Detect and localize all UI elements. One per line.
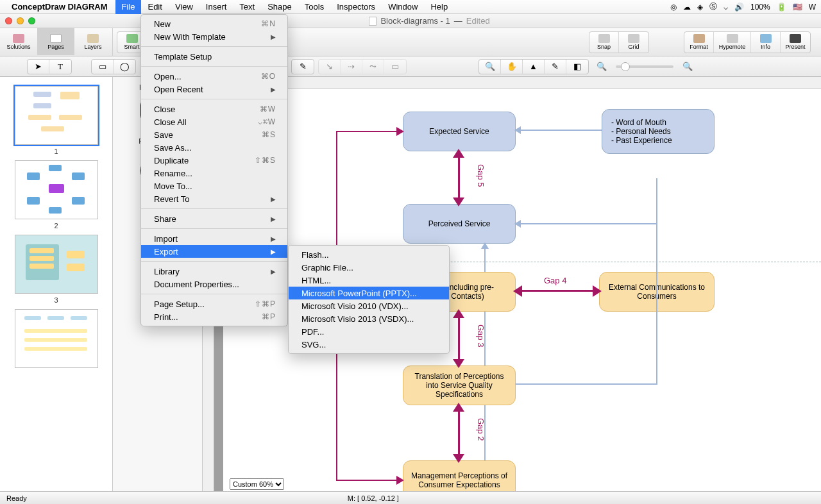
status-ready: Ready [6, 494, 27, 502]
file-menu-item[interactable]: Close⌘W [141, 103, 287, 115]
zoom-out-icon[interactable]: 🔍 [597, 62, 607, 71]
battery-text[interactable]: 100% [750, 3, 770, 12]
menu-inspectors[interactable]: Inspectors [330, 0, 382, 14]
wifi-icon[interactable]: ⌵ [724, 3, 728, 12]
menu-tools[interactable]: Tools [298, 0, 330, 14]
page-thumb-4[interactable] [15, 309, 98, 368]
page-thumb-3[interactable] [15, 235, 98, 294]
layers-tab[interactable]: Layers [74, 28, 112, 55]
file-menu-item[interactable]: Open...⌘O [141, 70, 287, 83]
menu-shape[interactable]: Shape [261, 0, 298, 14]
file-menu-item[interactable]: Revert To▶ [141, 192, 287, 205]
hand-tool-icon[interactable]: ✋ [501, 60, 523, 74]
file-menu-item[interactable]: Page Setup...⇧⌘P [141, 298, 287, 310]
file-menu-item[interactable]: Share▶ [141, 212, 287, 225]
page-thumb-2[interactable] [15, 160, 98, 219]
window-titlebar: Block-diagrams - 1 — Edited [0, 14, 821, 28]
text-tool[interactable]: T [49, 60, 71, 74]
diamond-icon[interactable]: ◈ [697, 3, 703, 12]
label-gap5: Gap 5 [476, 164, 486, 187]
brush-icon[interactable]: ✎ [292, 60, 314, 74]
export-menu-item[interactable]: HTML... [289, 274, 449, 287]
file-menu-item[interactable]: Document Properties... [141, 278, 287, 290]
file-menu-item[interactable]: Template Setup [141, 50, 287, 63]
snap-button[interactable]: Snap [589, 32, 619, 53]
siri-icon[interactable]: ◎ [670, 3, 677, 12]
export-menu-item[interactable]: Microsoft Visio 2013 (VSDX)... [289, 312, 449, 325]
file-menu-item[interactable]: Save⌘S [141, 128, 287, 141]
export-menu-item[interactable]: Microsoft Visio 2010 (VDX)... [289, 299, 449, 312]
toolbar-snap-group: Snap Grid [589, 31, 649, 53]
zoom-slider[interactable] [616, 65, 673, 68]
file-menu-item[interactable]: Move To... [141, 180, 287, 192]
conn-3[interactable]: ⤳ [362, 60, 384, 74]
eraser-icon[interactable]: ◧ [566, 60, 588, 74]
conn-1[interactable]: ↘ [319, 60, 341, 74]
export-menu-item[interactable]: Graphic File... [289, 261, 449, 274]
hypernote-button[interactable]: Hypernote [714, 32, 751, 53]
main-toolbar: Smart Rapid Draw Chain Tree Operations S… [0, 28, 821, 56]
flag-icon[interactable]: 🇺🇸 [793, 3, 802, 12]
left-tabs: Solutions Pages Layers [0, 28, 113, 56]
menu-insert[interactable]: Insert [199, 0, 233, 14]
skype-icon[interactable]: Ⓢ [709, 1, 717, 12]
file-menu-item[interactable]: New⌘N [141, 17, 287, 30]
eyedropper-icon[interactable]: ✎ [545, 60, 566, 74]
export-menu-item[interactable]: Microsoft PowerPoint (PPTX)... [289, 287, 449, 299]
arrow-gap4 [516, 290, 599, 292]
menu-window[interactable]: Window [382, 0, 424, 14]
volume-icon[interactable]: 🔊 [734, 3, 744, 12]
menubar-status: ◎ ☁ ◈ Ⓢ ⌵ 🔊 100% 🔋 🇺🇸 W [670, 1, 816, 12]
rect-tool[interactable]: ▭ [92, 60, 114, 74]
grid-button[interactable]: Grid [619, 32, 648, 53]
file-menu-item[interactable]: New With Template▶ [141, 30, 287, 43]
menu-file[interactable]: File [115, 0, 142, 14]
document-icon [369, 17, 377, 26]
menu-help[interactable]: Help [424, 0, 454, 14]
present-button[interactable]: Present [781, 32, 810, 53]
format-button[interactable]: Format [684, 32, 714, 53]
ellipse-tool[interactable]: ◯ [114, 60, 135, 74]
minimize-icon[interactable] [17, 17, 24, 24]
zoom-in-icon[interactable]: 🔍 [682, 62, 693, 71]
file-menu-item[interactable]: Close All⌵⌘W [141, 115, 287, 128]
file-menu-item[interactable]: Export▶ [141, 245, 287, 258]
conn-2[interactable]: ⇢ [341, 60, 362, 74]
export-menu-item[interactable]: Flash... [289, 248, 449, 261]
file-menu-item[interactable]: Duplicate⇧⌘S [141, 154, 287, 167]
menu-text[interactable]: Text [233, 0, 261, 14]
file-menu-item[interactable]: Library▶ [141, 265, 287, 278]
pages-sidebar: 1 2 3 [0, 77, 113, 491]
menu-view[interactable]: View [169, 0, 199, 14]
zoom-tool-icon[interactable]: 🔍 [479, 60, 501, 74]
box-perceived[interactable]: Perceived Service [403, 204, 516, 244]
file-menu-item[interactable]: Import▶ [141, 232, 287, 245]
file-menu-item[interactable]: Save As... [141, 141, 287, 154]
file-menu-item[interactable]: Print...⌘P [141, 310, 287, 323]
app-name[interactable]: ConceptDraw DIAGRAM [12, 2, 108, 12]
pointer-tool[interactable]: ➤ [28, 60, 49, 74]
zoom-select[interactable]: Custom 60% [230, 478, 284, 490]
file-menu-item[interactable]: Open Recent▶ [141, 83, 287, 96]
zoom-icon[interactable] [28, 17, 35, 24]
pointer-seg: ➤ T [27, 59, 72, 74]
box-factors[interactable]: - Word of Mouth - Personal Needs - Past … [602, 109, 715, 154]
cloud-icon[interactable]: ☁ [683, 3, 691, 12]
close-icon[interactable] [5, 17, 12, 24]
box-management[interactable]: Management Perceptions of Consumer Expec… [403, 460, 516, 491]
box-translation[interactable]: Translation of Perceptions into Service … [403, 365, 516, 405]
ruler-horizontal [214, 77, 821, 88]
lb1 [516, 130, 602, 131]
conn-4[interactable]: ▭ [384, 60, 406, 74]
file-menu-item[interactable]: Rename... [141, 167, 287, 180]
box-expected[interactable]: Expected Service [403, 112, 516, 151]
menu-edit[interactable]: Edit [141, 0, 168, 14]
page-thumb-1[interactable] [15, 86, 98, 145]
info-button[interactable]: Info [751, 32, 781, 53]
export-menu-item[interactable]: PDF... [289, 325, 449, 338]
battery-icon[interactable]: 🔋 [777, 3, 786, 12]
pages-tab[interactable]: Pages [37, 28, 74, 55]
export-menu-item[interactable]: SVG... [289, 338, 449, 351]
solutions-tab[interactable]: Solutions [0, 28, 37, 55]
stamp-icon[interactable]: ▲ [523, 60, 545, 74]
